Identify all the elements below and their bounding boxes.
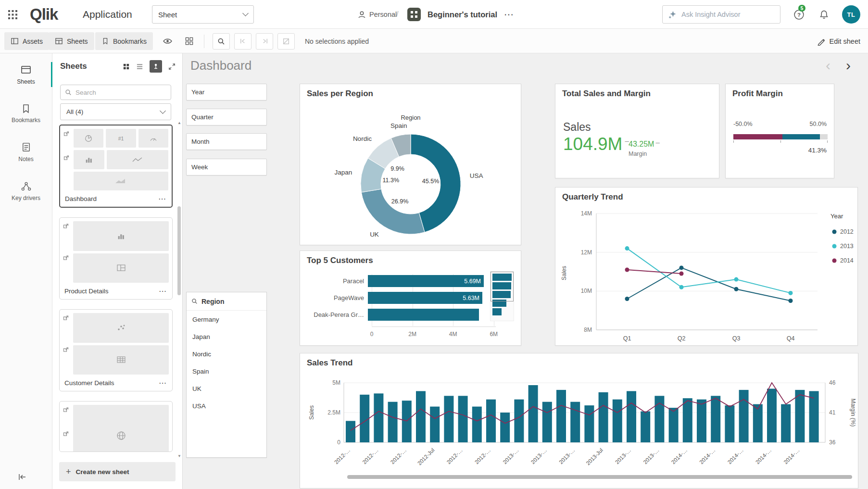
svg-text:9.9%: 9.9% (390, 165, 404, 172)
pin-panel-button[interactable] (150, 60, 162, 73)
app-title[interactable]: Beginner's tutorial (428, 0, 497, 29)
sheet-selector[interactable]: Sheet (152, 0, 254, 29)
kpi-secondary-value: 43.25M– (629, 138, 660, 149)
region-item-uk[interactable]: UK (187, 380, 266, 397)
svg-text:?: ? (797, 12, 801, 17)
bar[interactable]: 5.63M (368, 292, 482, 304)
grid-view-icon[interactable] (123, 63, 130, 70)
person-icon (358, 11, 366, 19)
rail-item-notes[interactable]: Notes (0, 142, 52, 163)
rail-item-sheets[interactable]: Sheets (0, 64, 52, 85)
dashboard-canvas: Dashboard ‹ › Year Quarter Month Week Re… (183, 53, 868, 489)
table-icon (73, 345, 169, 375)
profit-margin-gauge[interactable] (733, 134, 828, 139)
expand-icon[interactable] (168, 63, 176, 70)
edit-sheet-button[interactable]: Edit sheet (817, 37, 861, 46)
scrollbar-thumb[interactable] (177, 206, 181, 295)
card-profit-margin: Profit Margin -50.0% 50.0% 41.3% (725, 84, 834, 178)
eye-icon (163, 36, 173, 46)
app-launcher-button[interactable] (8, 0, 18, 29)
top5-customers-bar-chart[interactable]: Paracel5.69MPageWave5.63MDeak-Perera Gr…… (307, 270, 514, 341)
qlik-logo[interactable]: Qlik (30, 0, 58, 29)
region-item-germany[interactable]: Germany (187, 311, 266, 328)
region-listbox-header[interactable]: Region (187, 292, 266, 311)
insight-advisor[interactable] (662, 0, 780, 29)
sheet-filter-dropdown[interactable]: All (4) (60, 103, 171, 120)
sheet-search[interactable] (60, 85, 171, 100)
sales-trend-combo-chart[interactable]: 02.5M5M3641462012-…2012-…2012-…2012-Jul2… (300, 370, 858, 488)
svg-text:2014-…: 2014-… (782, 447, 800, 465)
svg-text:14M: 14M (581, 210, 592, 217)
card-sales-trend: Sales Trend 02.5M5M3641462012-…2012-…201… (300, 353, 858, 489)
bar-row[interactable]: Paracel5.69M (307, 275, 514, 287)
svg-text:41: 41 (829, 409, 836, 416)
region-item-japan[interactable]: Japan (187, 328, 266, 345)
kpi-secondary-label: Margin (629, 150, 660, 157)
personal-menu[interactable]: Personal (358, 0, 397, 29)
sheet-card-partial[interactable] (59, 401, 173, 452)
region-item-usa[interactable]: USA (187, 397, 266, 414)
step-forward-icon (261, 37, 269, 45)
sheet-card-menu[interactable]: ⋯ (159, 378, 167, 388)
sheets-scrollbar[interactable]: ▲ ▼ (177, 121, 182, 458)
app-icon (407, 0, 421, 29)
scroll-up-icon[interactable]: ▲ (177, 121, 182, 125)
svg-text:USA: USA (470, 172, 483, 179)
chart-title: Profit Margin (732, 89, 783, 99)
svg-text:2013-Jul: 2013-Jul (585, 447, 604, 466)
region-item-nordic[interactable]: Nordic (187, 345, 266, 363)
sheet-card-product-details[interactable]: Product Details ⋯ (59, 217, 173, 300)
rail-item-key-drivers[interactable]: Key drivers (0, 181, 52, 201)
svg-text:10M: 10M (581, 288, 592, 294)
kpi-primary-label: Sales (563, 121, 591, 134)
bar-row[interactable]: PageWave5.63M (307, 292, 514, 304)
create-new-sheet-button[interactable]: + Create new sheet (59, 462, 176, 481)
filter-quarter[interactable]: Quarter (186, 109, 267, 125)
sales-per-region-donut-chart[interactable]: USA45.5%UK26.9%Japan11.3%Nordic9.9%Spain… (300, 103, 521, 244)
bar[interactable] (368, 309, 479, 321)
sheet-card-customer-details[interactable]: Customer Details ⋯ (59, 309, 173, 391)
filter-month[interactable]: Month (186, 133, 267, 150)
bar[interactable]: 5.69M (368, 275, 484, 287)
svg-text:Sales: Sales (308, 405, 315, 420)
sheet-search-input[interactable] (75, 89, 166, 96)
sheet-card-menu[interactable]: ⋯ (158, 194, 167, 203)
collapse-panel-button[interactable] (17, 473, 27, 481)
notes-icon (21, 142, 32, 153)
filter-year[interactable]: Year (186, 84, 267, 100)
svg-text:2013-…: 2013-… (614, 447, 632, 465)
bookmarks-button[interactable]: Bookmarks (95, 32, 153, 50)
layout-button[interactable] (185, 29, 194, 53)
next-sheet-button[interactable]: › (846, 57, 851, 74)
preview-button[interactable] (163, 29, 173, 53)
help-button[interactable]: ? 5 (793, 0, 805, 29)
product-label: Application (83, 0, 132, 29)
insight-advisor-input[interactable] (681, 11, 775, 18)
more-icon: ⋯ (504, 9, 515, 20)
sheets-button[interactable]: Sheets (49, 32, 94, 50)
sheet-card-dashboard[interactable]: #1 (59, 125, 173, 208)
chart-scroll-preview[interactable] (490, 271, 514, 321)
svg-text:2014: 2014 (840, 257, 854, 264)
user-avatar[interactable]: TL (842, 0, 860, 29)
region-item-spain[interactable]: Spain (187, 363, 266, 380)
svg-text:2012-…: 2012-… (390, 447, 407, 465)
clear-selections-button (277, 33, 295, 50)
scroll-down-icon[interactable]: ▼ (177, 454, 182, 458)
horizontal-scrollbar[interactable] (347, 475, 852, 479)
plus-icon: + (66, 467, 71, 477)
quarterly-trend-line-chart[interactable]: 8M10M12M14MQ1Q2Q3Q4SalesYear201220132014 (555, 206, 857, 345)
rail-item-bookmarks[interactable]: Bookmarks (0, 103, 52, 124)
smart-search-button[interactable] (213, 33, 230, 50)
svg-text:2014-…: 2014-… (755, 447, 772, 465)
breadcrumb-separator: / (396, 0, 398, 29)
list-view-icon[interactable] (136, 63, 143, 70)
bar-row[interactable]: Deak-Perera Gr… (307, 309, 514, 321)
notifications-button[interactable] (819, 0, 829, 29)
sheet-card-menu[interactable]: ⋯ (159, 287, 167, 296)
filter-week[interactable]: Week (186, 159, 267, 176)
assets-button[interactable]: Assets (4, 32, 49, 50)
export-icon (63, 431, 69, 437)
app-more-menu[interactable]: ⋯ (504, 0, 515, 29)
bar-value-label: 5.63M (463, 295, 479, 301)
